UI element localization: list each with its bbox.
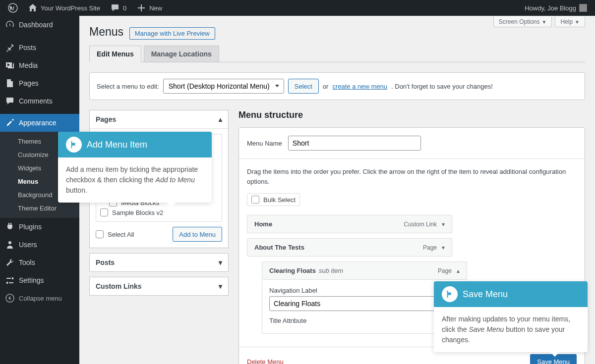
sidebar-label: Plugins [19, 223, 42, 231]
media-icon [5, 60, 15, 70]
tooltip-add-menu-item: Add Menu Item Add a menu item by ticking… [58, 132, 212, 203]
select-menu-button[interactable]: Select [288, 79, 319, 94]
greeting-text: Howdy, Joe Blogg [525, 4, 576, 12]
sidebar-label: Pages [19, 79, 39, 87]
chevron-up-icon[interactable]: ▴ [457, 267, 460, 274]
metabox-custom-links-head[interactable]: Custom Links▾ [90, 277, 228, 295]
chevron-down-icon[interactable]: ▾ [442, 244, 445, 251]
chevron-up-icon: ▴ [219, 115, 222, 123]
metabox-custom-links: Custom Links▾ [89, 277, 229, 296]
tools-icon [5, 258, 15, 267]
nav-label-input[interactable] [269, 296, 460, 311]
sidebar-label: Posts [19, 44, 36, 52]
svg-point-0 [8, 3, 17, 12]
manage-live-preview-button[interactable]: Manage with Live Preview [129, 27, 215, 40]
home-icon [28, 3, 38, 13]
page-icon [5, 78, 15, 88]
bulk-select-checkbox[interactable]: Bulk Select [247, 193, 300, 206]
checkbox[interactable] [96, 230, 104, 238]
dashboard-icon [5, 20, 15, 30]
settings-icon [5, 275, 15, 285]
tab-manage-locations[interactable]: Manage Locations [144, 46, 219, 62]
chevron-down-icon: ▾ [219, 282, 222, 290]
sidebar-item-pages[interactable]: Pages [0, 74, 79, 92]
sidebar-item-comments[interactable]: Comments [0, 92, 79, 110]
collapse-label: Collapse menu [19, 295, 62, 302]
menu-item-clearing-floats[interactable]: Clearing Floatssub item Page▴ [262, 261, 467, 280]
help-button[interactable]: Help▼ [555, 17, 585, 27]
metabox-posts: Posts▾ [89, 253, 229, 272]
chevron-down-icon: ▼ [542, 19, 547, 25]
new-content-link[interactable]: New [132, 0, 166, 16]
submenu-item-theme-editor[interactable]: Theme Editor [0, 202, 79, 215]
wordpress-icon [8, 3, 18, 13]
comment-count: 0 [123, 4, 126, 12]
wp-logo[interactable] [4, 0, 22, 16]
plugin-icon [5, 222, 15, 232]
menu-structure-heading: Menu structure [238, 110, 585, 120]
menu-name-label: Menu Name [247, 140, 282, 147]
menu-select-dropdown[interactable]: Short (Desktop Horizontal Menu) [163, 79, 284, 94]
site-name-text: Your WordPress Site [41, 4, 100, 12]
nav-label-label: Navigation Label [269, 287, 460, 294]
menu-select-bar: Select a menu to edit: Short (Desktop Ho… [89, 72, 585, 100]
nav-tabs: Edit Menus Manage Locations [89, 46, 585, 62]
appearance-icon [5, 118, 15, 128]
sidebar-label: Settings [19, 276, 44, 284]
sidebar-label: Appearance [19, 119, 57, 127]
collapse-menu[interactable]: Collapse menu [0, 289, 79, 307]
delete-menu-link[interactable]: Delete Menu [247, 358, 284, 364]
tooltip-save-menu: Save Menu After making updates to your m… [434, 281, 588, 352]
sidebar-label: Comments [19, 97, 53, 105]
suffix-text: . Don't forget to save your changes! [391, 83, 493, 90]
sidebar-label: Users [19, 241, 37, 249]
collapse-icon [5, 293, 15, 303]
screen-options-button[interactable]: Screen Options▼ [493, 17, 552, 27]
avatar [579, 4, 587, 12]
menu-name-input[interactable] [288, 136, 421, 151]
sidebar-label: Tools [19, 259, 35, 266]
comments-link[interactable]: 0 [106, 0, 130, 16]
sidebar-item-settings[interactable]: Settings [0, 271, 79, 289]
sidebar-label: Media [19, 61, 38, 69]
new-label: New [149, 4, 162, 12]
instructions-text: Drag the items into the order you prefer… [247, 167, 577, 186]
title-attr-label: Title Attribute [269, 317, 460, 324]
sidebar-item-plugins[interactable]: Plugins [0, 218, 79, 236]
metabox-pages-head[interactable]: Pages▴ [90, 110, 228, 129]
add-to-menu-button[interactable]: Add to Menu [173, 227, 222, 242]
metabox-posts-head[interactable]: Posts▾ [90, 254, 228, 271]
select-all-checkbox[interactable]: Select All [96, 229, 134, 239]
sidebar-item-media[interactable]: Media [0, 56, 79, 74]
pin-icon [5, 43, 15, 52]
chevron-down-icon[interactable]: ▾ [442, 221, 445, 228]
create-new-menu-link[interactable]: create a new menu [332, 83, 387, 90]
chevron-down-icon: ▾ [219, 259, 222, 266]
checkbox[interactable] [100, 208, 108, 216]
sidebar-item-users[interactable]: Users [0, 236, 79, 254]
user-greeting[interactable]: Howdy, Joe Blogg [521, 0, 591, 16]
users-icon [5, 240, 15, 250]
select-menu-label: Select a menu to edit: [97, 83, 159, 90]
sidebar-item-posts[interactable]: Posts [0, 39, 79, 56]
sidebar-label: Dashboard [19, 21, 53, 29]
admin-bar: Your WordPress Site 0 New Howdy, Joe Blo… [0, 0, 595, 16]
sidebar-item-dashboard[interactable]: Dashboard [0, 16, 79, 34]
plus-icon [136, 3, 146, 13]
page-checkbox-row[interactable]: Sample Blocks v2 [100, 208, 218, 217]
flag-icon [442, 286, 458, 302]
tab-edit-menus[interactable]: Edit Menus [89, 46, 141, 62]
sidebar-item-tools[interactable]: Tools [0, 254, 79, 271]
flag-icon [66, 137, 82, 153]
chevron-down-icon: ▼ [575, 19, 580, 25]
comment-icon [110, 3, 120, 13]
menu-item-home[interactable]: Home Custom Link▾ [247, 215, 452, 233]
checkbox[interactable] [251, 196, 259, 204]
page-title: Menus [89, 21, 123, 41]
menu-item-about[interactable]: About The Tests Page▾ [247, 238, 452, 257]
comment-icon [5, 96, 15, 106]
svg-point-1 [8, 241, 11, 244]
site-name-link[interactable]: Your WordPress Site [24, 0, 104, 16]
or-text: or [323, 83, 329, 90]
sidebar-item-appearance[interactable]: Appearance [0, 114, 79, 132]
